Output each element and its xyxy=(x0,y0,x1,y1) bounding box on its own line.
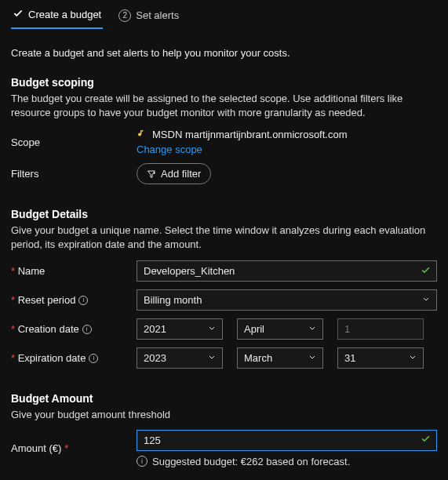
tab-create-budget-label: Create a budget xyxy=(28,9,101,20)
creation-year-select[interactable]: 2021 xyxy=(137,318,223,340)
heading-budget-scoping: Budget scoping xyxy=(11,76,437,89)
filter-icon xyxy=(147,169,156,179)
tab-set-alerts-label: Set alerts xyxy=(136,9,179,21)
suggested-budget-text: Suggested budget: €262 based on forecast… xyxy=(152,456,350,467)
label-reset-period: Reset period xyxy=(11,294,75,306)
intro-text: Create a budget and set alerts to help y… xyxy=(11,47,437,59)
heading-budget-amount: Budget Amount xyxy=(11,392,437,405)
svg-rect-2 xyxy=(142,130,144,132)
link-change-scope[interactable]: Change scope xyxy=(137,144,202,155)
amount-input[interactable] xyxy=(137,430,437,451)
label-name: Name xyxy=(11,265,45,277)
desc-budget-details: Give your budget a unique name. Select t… xyxy=(11,224,437,251)
info-icon[interactable]: i xyxy=(89,354,98,363)
desc-budget-scoping: The budget you create will be assigned t… xyxy=(11,92,437,119)
check-icon xyxy=(13,8,24,21)
add-filter-button[interactable]: Add filter xyxy=(137,163,211,184)
name-input[interactable] xyxy=(137,260,437,282)
reset-period-select[interactable]: Billing month xyxy=(137,289,437,311)
check-icon xyxy=(421,434,431,446)
info-icon: i xyxy=(137,456,148,467)
expiration-year-select[interactable]: 2023 xyxy=(137,347,223,369)
key-icon xyxy=(137,129,146,140)
creation-day-display: 1 xyxy=(337,318,424,340)
label-scope: Scope xyxy=(11,136,137,148)
step-number-icon: 2 xyxy=(118,9,131,22)
expiration-month-select[interactable]: March xyxy=(237,347,323,369)
check-icon xyxy=(421,265,431,278)
expiration-day-select[interactable]: 31 xyxy=(337,347,424,369)
tab-set-alerts[interactable]: 2 Set alerts xyxy=(117,5,180,29)
heading-budget-details: Budget Details xyxy=(11,208,437,220)
scope-value: MSDN martijnmartijnbrant.onmicrosoft.com xyxy=(152,129,348,140)
label-amount: Amount (€) xyxy=(11,442,61,454)
info-icon[interactable]: i xyxy=(78,296,88,305)
info-icon[interactable]: i xyxy=(82,325,92,334)
creation-month-select[interactable]: April xyxy=(237,318,323,340)
label-creation-date: Creation date xyxy=(11,323,79,335)
label-filters: Filters xyxy=(11,168,137,180)
add-filter-label: Add filter xyxy=(161,168,201,180)
tab-create-budget[interactable]: Create a budget xyxy=(11,5,103,29)
svg-rect-1 xyxy=(140,130,142,134)
desc-budget-amount: Give your budget amount threshold xyxy=(11,408,437,422)
label-expiration-date: Expiration date xyxy=(11,352,86,364)
